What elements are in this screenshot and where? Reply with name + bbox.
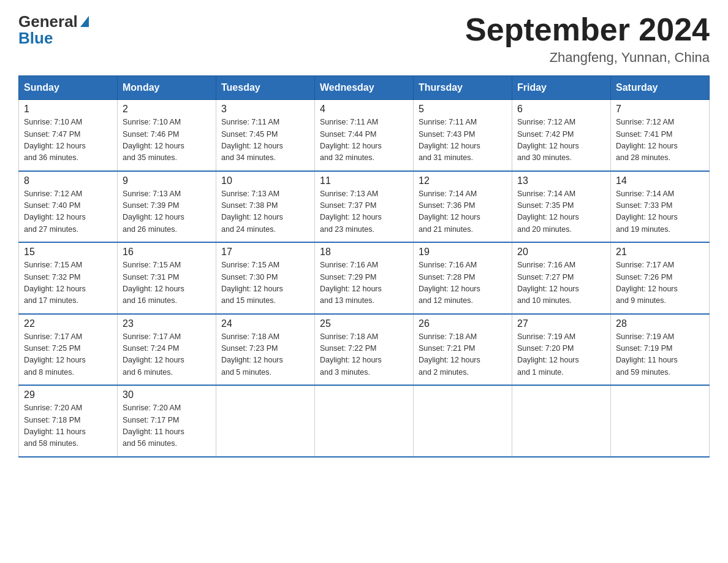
day-number: 5 xyxy=(419,104,507,115)
day-number: 17 xyxy=(221,247,309,258)
calendar-cell xyxy=(611,385,710,457)
day-number: 9 xyxy=(123,175,211,186)
day-number: 22 xyxy=(24,318,112,329)
calendar-subtitle: Zhangfeng, Yunnan, China xyxy=(465,50,710,66)
day-number: 7 xyxy=(616,104,704,115)
day-number: 6 xyxy=(517,104,605,115)
calendar-cell: 25Sunrise: 7:18 AMSunset: 7:22 PMDayligh… xyxy=(315,314,414,386)
calendar-cell: 9Sunrise: 7:13 AMSunset: 7:39 PMDaylight… xyxy=(118,171,216,243)
calendar-title: September 2024 xyxy=(465,12,710,47)
calendar-cell: 27Sunrise: 7:19 AMSunset: 7:20 PMDayligh… xyxy=(512,314,611,386)
logo-blue: Blue xyxy=(18,29,53,48)
calendar-cell xyxy=(315,385,414,457)
calendar-cell xyxy=(414,385,512,457)
day-number: 21 xyxy=(616,247,704,258)
day-number: 30 xyxy=(123,389,211,400)
calendar-cell xyxy=(216,385,315,457)
day-number: 26 xyxy=(419,318,507,329)
weekday-header-sunday: Sunday xyxy=(19,76,118,100)
calendar-cell: 23Sunrise: 7:17 AMSunset: 7:24 PMDayligh… xyxy=(118,314,216,386)
weekday-header-monday: Monday xyxy=(118,76,216,100)
day-info: Sunrise: 7:14 AMSunset: 7:36 PMDaylight:… xyxy=(419,188,507,236)
calendar-cell: 15Sunrise: 7:15 AMSunset: 7:32 PMDayligh… xyxy=(19,242,118,314)
day-info: Sunrise: 7:11 AMSunset: 7:45 PMDaylight:… xyxy=(221,117,309,164)
calendar-cell: 4Sunrise: 7:11 AMSunset: 7:44 PMDaylight… xyxy=(315,100,414,171)
day-number: 29 xyxy=(24,389,112,400)
day-info: Sunrise: 7:20 AMSunset: 7:18 PMDaylight:… xyxy=(24,402,112,450)
day-number: 18 xyxy=(320,247,408,258)
calendar-cell: 8Sunrise: 7:12 AMSunset: 7:40 PMDaylight… xyxy=(19,171,118,243)
week-row-3: 15Sunrise: 7:15 AMSunset: 7:32 PMDayligh… xyxy=(19,242,710,314)
day-info: Sunrise: 7:17 AMSunset: 7:26 PMDaylight:… xyxy=(616,259,704,307)
calendar-cell: 11Sunrise: 7:13 AMSunset: 7:37 PMDayligh… xyxy=(315,171,414,243)
day-number: 28 xyxy=(616,318,704,329)
day-number: 1 xyxy=(24,104,112,115)
day-number: 3 xyxy=(221,104,309,115)
day-info: Sunrise: 7:11 AMSunset: 7:44 PMDaylight:… xyxy=(320,117,408,164)
day-info: Sunrise: 7:12 AMSunset: 7:40 PMDaylight:… xyxy=(24,188,112,236)
calendar-cell: 29Sunrise: 7:20 AMSunset: 7:18 PMDayligh… xyxy=(19,385,118,457)
day-info: Sunrise: 7:19 AMSunset: 7:19 PMDaylight:… xyxy=(616,331,704,379)
day-number: 23 xyxy=(123,318,211,329)
calendar-cell: 7Sunrise: 7:12 AMSunset: 7:41 PMDaylight… xyxy=(611,100,710,171)
day-info: Sunrise: 7:15 AMSunset: 7:30 PMDaylight:… xyxy=(221,259,309,307)
day-number: 14 xyxy=(616,175,704,186)
day-info: Sunrise: 7:10 AMSunset: 7:47 PMDaylight:… xyxy=(24,117,112,164)
day-number: 15 xyxy=(24,247,112,258)
day-info: Sunrise: 7:12 AMSunset: 7:41 PMDaylight:… xyxy=(616,117,704,164)
week-row-2: 8Sunrise: 7:12 AMSunset: 7:40 PMDaylight… xyxy=(19,171,710,243)
week-row-1: 1Sunrise: 7:10 AMSunset: 7:47 PMDaylight… xyxy=(19,100,710,171)
header: General Blue September 2024 Zhangfeng, Y… xyxy=(18,12,710,66)
calendar-cell: 26Sunrise: 7:18 AMSunset: 7:21 PMDayligh… xyxy=(414,314,512,386)
day-info: Sunrise: 7:18 AMSunset: 7:22 PMDaylight:… xyxy=(320,331,408,379)
calendar-cell: 21Sunrise: 7:17 AMSunset: 7:26 PMDayligh… xyxy=(611,242,710,314)
calendar-cell: 3Sunrise: 7:11 AMSunset: 7:45 PMDaylight… xyxy=(216,100,315,171)
weekday-header-tuesday: Tuesday xyxy=(216,76,315,100)
day-info: Sunrise: 7:16 AMSunset: 7:28 PMDaylight:… xyxy=(419,259,507,307)
calendar-cell xyxy=(512,385,611,457)
calendar-cell: 12Sunrise: 7:14 AMSunset: 7:36 PMDayligh… xyxy=(414,171,512,243)
day-info: Sunrise: 7:13 AMSunset: 7:38 PMDaylight:… xyxy=(221,188,309,236)
calendar-cell: 10Sunrise: 7:13 AMSunset: 7:38 PMDayligh… xyxy=(216,171,315,243)
day-info: Sunrise: 7:18 AMSunset: 7:21 PMDaylight:… xyxy=(419,331,507,379)
day-info: Sunrise: 7:15 AMSunset: 7:31 PMDaylight:… xyxy=(123,259,211,307)
calendar-cell: 16Sunrise: 7:15 AMSunset: 7:31 PMDayligh… xyxy=(118,242,216,314)
day-number: 8 xyxy=(24,175,112,186)
day-number: 10 xyxy=(221,175,309,186)
day-info: Sunrise: 7:14 AMSunset: 7:33 PMDaylight:… xyxy=(616,188,704,236)
calendar-cell: 17Sunrise: 7:15 AMSunset: 7:30 PMDayligh… xyxy=(216,242,315,314)
calendar-cell: 30Sunrise: 7:20 AMSunset: 7:17 PMDayligh… xyxy=(118,385,216,457)
day-number: 11 xyxy=(320,175,408,186)
calendar-cell: 24Sunrise: 7:18 AMSunset: 7:23 PMDayligh… xyxy=(216,314,315,386)
day-info: Sunrise: 7:11 AMSunset: 7:43 PMDaylight:… xyxy=(419,117,507,164)
calendar-cell: 1Sunrise: 7:10 AMSunset: 7:47 PMDaylight… xyxy=(19,100,118,171)
day-info: Sunrise: 7:13 AMSunset: 7:37 PMDaylight:… xyxy=(320,188,408,236)
day-info: Sunrise: 7:10 AMSunset: 7:46 PMDaylight:… xyxy=(123,117,211,164)
page: General Blue September 2024 Zhangfeng, Y… xyxy=(0,0,728,476)
calendar-cell: 6Sunrise: 7:12 AMSunset: 7:42 PMDaylight… xyxy=(512,100,611,171)
day-number: 27 xyxy=(517,318,605,329)
logo-arrow-icon xyxy=(80,16,89,27)
calendar-cell: 28Sunrise: 7:19 AMSunset: 7:19 PMDayligh… xyxy=(611,314,710,386)
title-block: September 2024 Zhangfeng, Yunnan, China xyxy=(465,12,710,66)
calendar-cell: 19Sunrise: 7:16 AMSunset: 7:28 PMDayligh… xyxy=(414,242,512,314)
weekday-header-friday: Friday xyxy=(512,76,611,100)
day-info: Sunrise: 7:14 AMSunset: 7:35 PMDaylight:… xyxy=(517,188,605,236)
day-number: 16 xyxy=(123,247,211,258)
day-info: Sunrise: 7:17 AMSunset: 7:24 PMDaylight:… xyxy=(123,331,211,379)
day-number: 19 xyxy=(419,247,507,258)
weekday-header-thursday: Thursday xyxy=(414,76,512,100)
day-info: Sunrise: 7:16 AMSunset: 7:29 PMDaylight:… xyxy=(320,259,408,307)
calendar-cell: 5Sunrise: 7:11 AMSunset: 7:43 PMDaylight… xyxy=(414,100,512,171)
day-info: Sunrise: 7:16 AMSunset: 7:27 PMDaylight:… xyxy=(517,259,605,307)
logo: General Blue xyxy=(18,12,89,48)
calendar-cell: 2Sunrise: 7:10 AMSunset: 7:46 PMDaylight… xyxy=(118,100,216,171)
day-number: 2 xyxy=(123,104,211,115)
day-info: Sunrise: 7:13 AMSunset: 7:39 PMDaylight:… xyxy=(123,188,211,236)
day-info: Sunrise: 7:12 AMSunset: 7:42 PMDaylight:… xyxy=(517,117,605,164)
day-number: 12 xyxy=(419,175,507,186)
day-number: 13 xyxy=(517,175,605,186)
calendar-cell: 13Sunrise: 7:14 AMSunset: 7:35 PMDayligh… xyxy=(512,171,611,243)
day-number: 24 xyxy=(221,318,309,329)
day-info: Sunrise: 7:20 AMSunset: 7:17 PMDaylight:… xyxy=(123,402,211,450)
